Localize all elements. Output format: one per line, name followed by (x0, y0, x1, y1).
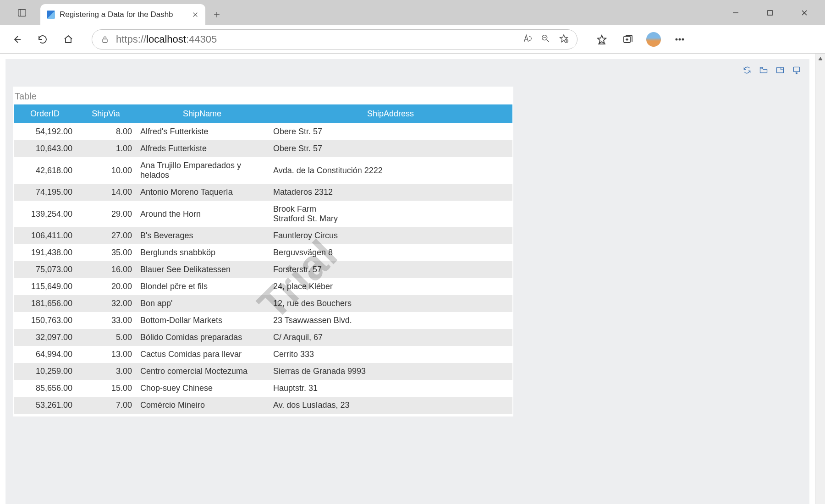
svg-rect-28 (777, 67, 784, 73)
cell-shipaddress: Sierras de Granada 9993 (269, 363, 512, 380)
new-tab-button[interactable] (205, 4, 228, 25)
cell-shipname: Bólido Comidas preparadas (136, 329, 269, 346)
profile-avatar[interactable] (646, 32, 661, 47)
table-row[interactable]: 10,259.003.00Centro comercial MoctezumaS… (14, 363, 512, 380)
collections-button[interactable] (617, 29, 638, 50)
home-button[interactable] (58, 29, 79, 50)
table-row[interactable]: 64,994.0013.00Cactus Comidas para llevar… (14, 346, 512, 363)
zoom-out-icon[interactable] (540, 33, 550, 45)
scroll-up-icon[interactable] (817, 55, 824, 504)
svg-point-27 (682, 38, 683, 40)
svg-rect-0 (18, 9, 26, 16)
cell-shipname: Alfreds Futterkiste (136, 140, 269, 157)
favorites-button[interactable] (591, 29, 612, 50)
cell-orderid: 191,438.00 (14, 244, 76, 261)
cell-orderid: 150,763.00 (14, 312, 76, 329)
table-row[interactable]: 150,763.0033.00Bottom-Dollar Markets23 T… (14, 312, 512, 329)
cell-orderid: 85,656.00 (14, 380, 76, 397)
refresh-data-icon[interactable] (742, 66, 752, 77)
column-header-shipname[interactable]: ShipName (136, 104, 269, 123)
cell-shipaddress: Fauntleroy Circus (269, 227, 512, 244)
table-row[interactable]: 191,438.0035.00Berglunds snabbköpBerguvs… (14, 244, 512, 261)
cell-shipvia: 29.00 (76, 201, 136, 227)
cell-shipname: Bottom-Dollar Markets (136, 312, 269, 329)
cell-shipaddress: Forsterstr. 57 (269, 261, 512, 278)
cell-shipaddress: Cerrito 333 (269, 346, 512, 363)
cell-orderid: 32,097.00 (14, 329, 76, 346)
cell-shipaddress: Obere Str. 57 (269, 123, 512, 140)
vertical-scrollbar[interactable] (815, 54, 825, 504)
table-card: Table OrderID ShipVia ShipName ShipAddre… (13, 87, 513, 416)
dashboard-designer: Table OrderID ShipVia ShipName ShipAddre… (6, 59, 809, 504)
column-header-shipaddress[interactable]: ShipAddress (269, 104, 512, 123)
cell-shipname: B's Beverages (136, 227, 269, 244)
tab-close-button[interactable] (192, 11, 199, 18)
table-row[interactable]: 10,643.001.00Alfreds FutterkisteObere St… (14, 140, 512, 157)
cell-shipvia: 27.00 (76, 227, 136, 244)
table-row[interactable]: 85,656.0015.00Chop-suey ChineseHauptstr.… (14, 380, 512, 397)
table-row[interactable]: 75,073.0016.00Blauer See DelikatessenFor… (14, 261, 512, 278)
column-header-orderid[interactable]: OrderID (14, 104, 76, 123)
cell-shipaddress: Avda. de la Constitución 2222 (269, 157, 512, 184)
data-table: OrderID ShipVia ShipName ShipAddress 54,… (14, 104, 512, 414)
cell-shipvia: 8.00 (76, 123, 136, 140)
cell-orderid: 54,192.00 (14, 123, 76, 140)
table-body: 54,192.008.00Alfred's FutterkisteObere S… (14, 123, 512, 414)
svg-point-26 (679, 38, 680, 40)
cell-shipvia: 14.00 (76, 184, 136, 201)
tab-actions-button[interactable] (4, 0, 40, 25)
cell-orderid: 106,411.00 (14, 227, 76, 244)
browser-window: Registering a Data for the Dashb https:/… (0, 0, 825, 504)
table-row[interactable]: 106,411.0027.00B's BeveragesFauntleroy C… (14, 227, 512, 244)
minimize-button[interactable] (718, 0, 753, 25)
close-window-button[interactable] (787, 0, 821, 25)
svg-marker-31 (819, 57, 822, 60)
cell-orderid: 42,618.00 (14, 157, 76, 184)
cell-shipvia: 33.00 (76, 312, 136, 329)
tab-strip: Registering a Data for the Dashb (0, 0, 825, 25)
maximize-button[interactable] (753, 0, 787, 25)
table-row[interactable]: 181,656.0032.00Bon app'12, rue des Bouch… (14, 295, 512, 312)
url-text: https://localhost:44305 (116, 33, 217, 45)
svg-rect-29 (793, 67, 799, 71)
svg-rect-7 (768, 11, 772, 15)
table-row[interactable]: 53,261.007.00Comércio MineiroAv. dos Lus… (14, 397, 512, 414)
cell-shipvia: 15.00 (76, 380, 136, 397)
cell-shipvia: 10.00 (76, 157, 136, 184)
cell-shipvia: 20.00 (76, 278, 136, 295)
open-folder-icon[interactable] (759, 66, 768, 77)
cell-shipname: Comércio Mineiro (136, 397, 269, 414)
refresh-button[interactable] (32, 29, 53, 50)
cell-orderid: 139,254.00 (14, 201, 76, 227)
cell-shipname: Berglunds snabbköp (136, 244, 269, 261)
cell-shipaddress: 12, rue des Bouchers (269, 295, 512, 312)
toolbar-right-icons (591, 29, 690, 50)
table-row[interactable]: 139,254.0029.00Around the HornBrook Farm… (14, 201, 512, 227)
read-aloud-icon[interactable] (522, 33, 532, 45)
cell-orderid: 10,643.00 (14, 140, 76, 157)
export-icon[interactable] (792, 66, 801, 77)
cell-shipaddress: Hauptstr. 31 (269, 380, 512, 397)
column-header-shipvia[interactable]: ShipVia (76, 104, 136, 123)
back-button[interactable] (6, 29, 28, 50)
cell-orderid: 115,649.00 (14, 278, 76, 295)
browser-viewport: Table OrderID ShipVia ShipName ShipAddre… (0, 54, 825, 504)
embed-icon[interactable] (776, 66, 785, 77)
cell-orderid: 53,261.00 (14, 397, 76, 414)
cell-shipname: Alfred's Futterkiste (136, 123, 269, 140)
cell-shipname: Blondel pčre et fils (136, 278, 269, 295)
table-row[interactable]: 74,195.0014.00Antonio Moreno TaqueríaMat… (14, 184, 512, 201)
address-bar[interactable]: https://localhost:44305 (92, 29, 578, 49)
table-row[interactable]: 54,192.008.00Alfred's FutterkisteObere S… (14, 123, 512, 140)
cell-shipvia: 5.00 (76, 329, 136, 346)
cell-shipname: Bon app' (136, 295, 269, 312)
tab-favicon (47, 11, 55, 19)
table-row[interactable]: 115,649.0020.00Blondel pčre et fils24, p… (14, 278, 512, 295)
more-button[interactable] (669, 29, 690, 50)
designer-toolbar (742, 66, 801, 77)
table-row[interactable]: 42,618.0010.00Ana Trujillo Emparedados y… (14, 157, 512, 184)
url-prefix: https:// (116, 33, 146, 45)
browser-tab[interactable]: Registering a Data for the Dashb (40, 4, 205, 25)
favorite-add-icon[interactable] (559, 33, 569, 45)
table-row[interactable]: 32,097.005.00Bólido Comidas preparadasC/… (14, 329, 512, 346)
